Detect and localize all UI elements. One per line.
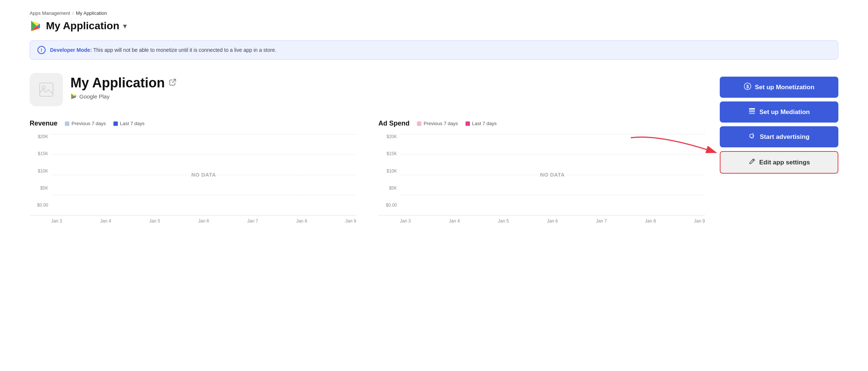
- adspend-chart: Ad Spend Previous 7 days Last 7 days $20…: [378, 120, 705, 224]
- app-store-row: Google Play: [70, 93, 177, 100]
- app-card-header: My Application: [30, 73, 705, 106]
- x-jan8: Jan 8: [296, 218, 307, 224]
- left-panel: My Application: [30, 73, 705, 224]
- revenue-chart-title: Revenue: [30, 120, 57, 127]
- adspend-chart-header: Ad Spend Previous 7 days Last 7 days: [378, 120, 705, 127]
- revenue-y-labels: $20K $15K $10K $5K $0.00: [30, 134, 48, 208]
- adspend-y-labels: $20K $15K $10K $5K $0.00: [378, 134, 397, 208]
- app-info: My Application: [70, 73, 177, 100]
- revenue-no-data: NO DATA: [191, 172, 216, 178]
- adspend-legend-prev: Previous 7 days: [417, 121, 458, 126]
- svg-rect-1: [40, 83, 53, 96]
- revenue-chart: Revenue Previous 7 days Last 7 days $20K: [30, 120, 356, 224]
- prev-adspend-dot: [417, 121, 421, 126]
- ads-grid-1: [400, 154, 705, 155]
- y-label-5k: $5K: [30, 186, 48, 191]
- revenue-x-labels: Jan 3 Jan 4 Jan 5 Jan 6 Jan 7 Jan 8 Jan …: [30, 218, 356, 224]
- x-jan5: Jan 5: [149, 218, 160, 224]
- ads-x-jan8: Jan 8: [645, 218, 656, 224]
- x-jan6: Jan 6: [198, 218, 209, 224]
- banner-message: This app will not be able to monetize un…: [93, 47, 276, 53]
- breadcrumb-current: My Application: [76, 10, 107, 16]
- adspend-chart-title: Ad Spend: [378, 120, 410, 127]
- revenue-legend-prev: Previous 7 days: [65, 121, 106, 126]
- store-play-icon: [70, 93, 77, 100]
- grid-line-0: [51, 134, 356, 134]
- revenue-last-label: Last 7 days: [120, 121, 145, 126]
- last-adspend-dot: [466, 121, 470, 126]
- ads-grid-3: [400, 195, 705, 195]
- banner-icon: !: [37, 46, 46, 54]
- y-label-20k: $20K: [30, 134, 48, 139]
- revenue-legend-last: Last 7 days: [113, 121, 145, 126]
- ads-x-jan5: Jan 5: [498, 218, 509, 224]
- prev-revenue-dot: [65, 121, 69, 126]
- breadcrumb-parent[interactable]: Apps Management: [30, 10, 70, 16]
- adspend-plot: NO DATA: [400, 134, 705, 215]
- y-label-0: $0.00: [30, 203, 48, 208]
- ads-y-label-20k: $20K: [378, 134, 397, 139]
- ads-x-jan6: Jan 6: [547, 218, 558, 224]
- ads-x-jan7: Jan 7: [596, 218, 607, 224]
- mediation-label: Set up Mediation: [759, 108, 810, 116]
- grid-line-1: [51, 154, 356, 155]
- mediation-icon: [748, 107, 756, 117]
- monetization-label: Set up Monetization: [755, 84, 815, 91]
- app-name-row: My Application: [70, 75, 177, 91]
- edit-settings-label: Edit app settings: [759, 159, 810, 166]
- svg-point-2: [42, 86, 45, 89]
- edit-icon: [748, 158, 756, 167]
- adspend-chart-area: $20K $15K $10K $5K $0.00 NO DATA: [378, 134, 705, 215]
- x-jan9: Jan 9: [345, 218, 356, 224]
- ads-y-label-5k: $5K: [378, 186, 397, 191]
- ads-x-jan9: Jan 9: [694, 218, 705, 224]
- svg-text:$: $: [746, 84, 749, 89]
- advertising-icon: [749, 132, 756, 141]
- start-advertising-button[interactable]: Start advertising: [720, 126, 838, 147]
- app-title-dropdown[interactable]: ▾: [123, 21, 127, 30]
- adspend-last-label: Last 7 days: [472, 121, 497, 126]
- ads-y-label-10k: $10K: [378, 168, 397, 174]
- main-content: My Application: [30, 73, 838, 224]
- ads-x-jan4: Jan 4: [449, 218, 460, 224]
- set-up-monetization-button[interactable]: $ Set up Monetization: [720, 77, 838, 98]
- svg-rect-8: [749, 113, 755, 114]
- x-jan4: Jan 4: [100, 218, 111, 224]
- app-icon: [30, 73, 63, 106]
- ads-x-jan3: Jan 3: [400, 218, 411, 224]
- app-title-row: My Application ▾: [30, 20, 838, 32]
- right-panel: $ Set up Monetization Set up Mediation: [720, 73, 838, 174]
- grid-line-3: [51, 195, 356, 195]
- app-title: My Application: [46, 20, 119, 32]
- set-up-mediation-button[interactable]: Set up Mediation: [720, 101, 838, 123]
- x-jan3: Jan 3: [51, 218, 62, 224]
- adspend-legend-last: Last 7 days: [466, 121, 497, 126]
- external-link-icon[interactable]: [169, 78, 177, 88]
- y-label-10k: $10K: [30, 168, 48, 174]
- google-play-icon: [30, 20, 42, 32]
- x-jan7: Jan 7: [247, 218, 258, 224]
- revenue-chart-area: $20K $15K $10K $5K $0.00 NO DATA: [30, 134, 356, 215]
- breadcrumb: Apps Management / My Application: [30, 10, 838, 16]
- revenue-plot: NO DATA: [51, 134, 356, 215]
- app-store-name: Google Play: [79, 93, 110, 100]
- ads-grid-0: [400, 134, 705, 134]
- advertising-label: Start advertising: [760, 133, 809, 141]
- ads-y-label-15k: $15K: [378, 151, 397, 156]
- last-revenue-dot: [113, 121, 118, 126]
- adspend-no-data: NO DATA: [540, 172, 565, 178]
- banner-text: Developer Mode: This app will not be abl…: [50, 47, 276, 53]
- y-label-15k: $15K: [30, 151, 48, 156]
- svg-rect-6: [749, 108, 755, 110]
- breadcrumb-separator: /: [72, 10, 74, 16]
- adspend-x-labels: Jan 3 Jan 4 Jan 5 Jan 6 Jan 7 Jan 8 Jan …: [378, 218, 705, 224]
- adspend-prev-label: Previous 7 days: [424, 121, 458, 126]
- edit-app-settings-button[interactable]: Edit app settings: [720, 151, 838, 174]
- ads-y-label-0: $0.00: [378, 203, 397, 208]
- revenue-prev-label: Previous 7 days: [72, 121, 106, 126]
- page-wrapper: Apps Management / My Application My Appl…: [0, 0, 868, 371]
- app-name: My Application: [70, 75, 165, 91]
- image-placeholder-icon: [39, 82, 54, 97]
- charts-section: Revenue Previous 7 days Last 7 days $20K: [30, 120, 705, 224]
- developer-mode-banner: ! Developer Mode: This app will not be a…: [30, 40, 838, 60]
